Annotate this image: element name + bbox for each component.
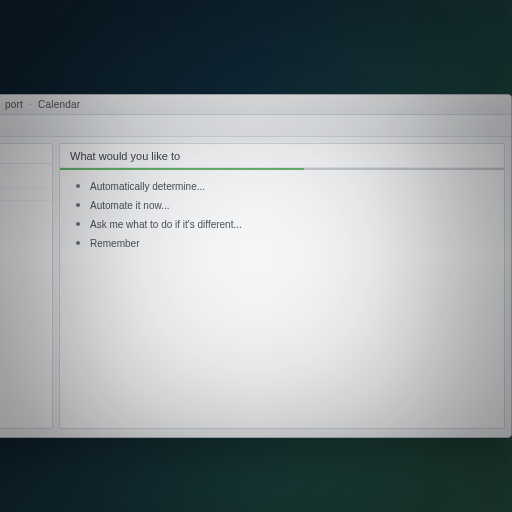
option-item[interactable]: Remember [70,235,494,253]
side-nav-item[interactable] [0,188,52,201]
toolbar [0,115,511,137]
side-nav: B.. All [0,143,53,429]
option-item[interactable]: Ask me what to do if it's different... [70,216,494,234]
bullet-icon [76,222,80,226]
option-label: Automate it now... [90,199,492,213]
side-nav-item[interactable]: All [0,164,52,188]
option-item[interactable]: Automatically determine... [70,178,494,196]
settings-window[interactable]: port · Calendar B.. All [0,94,512,438]
title-bar: port · Calendar [0,95,511,115]
main-panel: What would you like to Automatically det… [59,143,505,429]
panel-heading: What would you like to [60,144,504,168]
option-item[interactable]: Automate it now... [70,197,494,215]
window-title-primary: port [5,99,23,110]
window-title-secondary: Calendar [38,99,80,110]
option-label: Remember [90,237,492,251]
bullet-icon [76,184,80,188]
option-label: Automatically determine... [90,180,492,194]
options-list: Automatically determine... Automate it n… [60,170,504,257]
bullet-icon [76,241,80,245]
option-label: Ask me what to do if it's different... [90,218,492,232]
bullet-icon [76,203,80,207]
side-nav-header: B.. [0,144,52,164]
title-separator: · [29,99,32,110]
